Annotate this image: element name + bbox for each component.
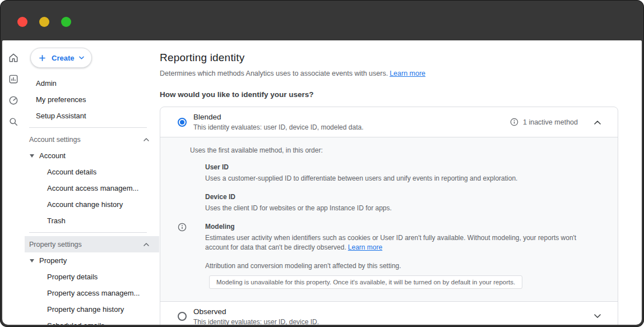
chevron-up-icon bbox=[143, 138, 149, 141]
bar-chart-icon bbox=[8, 73, 19, 85]
home-nav-button[interactable] bbox=[7, 52, 20, 63]
sidebar-item-label: Property access managem... bbox=[47, 289, 140, 297]
sidebar-item-property-details[interactable]: Property details bbox=[25, 269, 159, 285]
app-window: Create Admin My preferences Setup Assist… bbox=[0, 0, 644, 327]
method-modeling-name: Modeling bbox=[205, 222, 592, 232]
minimize-window-button[interactable] bbox=[39, 17, 49, 27]
explore-nav-button[interactable] bbox=[7, 116, 20, 127]
option-blended-text: Blended This identity evaluates: user ID… bbox=[193, 113, 364, 131]
window-titlebar bbox=[0, 0, 644, 40]
modeling-unavailable-alert: Modeling is unavailable for this propert… bbox=[209, 275, 522, 289]
option-blended-title: Blended bbox=[193, 113, 364, 121]
section-account-settings[interactable]: Account settings bbox=[25, 131, 159, 148]
sidebar-item-label: Account change history bbox=[47, 200, 123, 209]
sidebar-item-property-access-management[interactable]: Property access managem... bbox=[25, 285, 159, 301]
sidebar-item-property-change-history[interactable]: Property change history bbox=[25, 301, 159, 317]
option-blended[interactable]: Blended This identity evaluates: user ID… bbox=[160, 107, 618, 137]
search-icon bbox=[8, 116, 19, 127]
sidebar-item-admin[interactable]: Admin bbox=[25, 75, 159, 91]
method-modeling-description: Estimates user activity when identifiers… bbox=[205, 233, 592, 253]
tree-node-label: Property bbox=[39, 256, 67, 265]
sidebar-item-account-details[interactable]: Account details bbox=[25, 164, 159, 180]
method-device-id: Device ID Uses the client ID for website… bbox=[177, 192, 604, 214]
advertising-nav-button[interactable] bbox=[7, 95, 20, 106]
method-device-id-name: Device ID bbox=[205, 192, 392, 202]
method-device-id-description: Uses the client ID for websites or the a… bbox=[205, 204, 392, 213]
radio-blended[interactable] bbox=[178, 118, 187, 127]
method-icon-spacer bbox=[177, 163, 205, 184]
gauge-icon bbox=[8, 95, 19, 106]
method-user-id: User ID Uses a customer-supplied ID to d… bbox=[177, 163, 604, 184]
info-icon bbox=[178, 223, 187, 232]
sidebar-item-label: Scheduled emails bbox=[47, 321, 105, 325]
learn-more-link[interactable]: Learn more bbox=[390, 70, 425, 77]
inactive-method-badge-label: 1 inactive method bbox=[523, 118, 578, 126]
main-content: Reporting identity Determines which meth… bbox=[159, 40, 642, 325]
sidebar-item-my-preferences[interactable]: My preferences bbox=[25, 91, 159, 108]
admin-sidebar: Create Admin My preferences Setup Assist… bbox=[25, 40, 159, 325]
zoom-window-button[interactable] bbox=[61, 17, 71, 27]
option-observed-text: Observed This identity evaluates: user I… bbox=[193, 307, 319, 325]
modeling-learn-more-link[interactable]: Learn more bbox=[348, 243, 382, 251]
tree-node-property[interactable]: Property bbox=[25, 252, 159, 269]
sidebar-item-label: Trash bbox=[47, 217, 66, 225]
tree-node-label: Account bbox=[39, 151, 66, 160]
option-observed-description: This identity evaluates: user ID, device… bbox=[193, 318, 319, 325]
page-description-text: Determines which methods Analytics uses … bbox=[160, 70, 388, 77]
method-user-id-name: User ID bbox=[205, 163, 517, 172]
chevron-up-icon bbox=[143, 243, 149, 246]
info-icon bbox=[510, 118, 518, 126]
section-label: Account settings bbox=[29, 136, 81, 144]
option-observed[interactable]: Observed This identity evaluates: user I… bbox=[160, 301, 618, 325]
sidebar-item-setup-assistant[interactable]: Setup Assistant bbox=[25, 108, 159, 124]
inactive-method-badge: 1 inactive method bbox=[510, 118, 578, 126]
sidebar-item-scheduled-emails[interactable]: Scheduled emails bbox=[25, 317, 159, 325]
sidebar-item-account-access-management[interactable]: Account access managem... bbox=[25, 180, 159, 196]
page-description: Determines which methods Analytics uses … bbox=[160, 70, 618, 77]
method-user-id-body: User ID Uses a customer-supplied ID to d… bbox=[205, 163, 517, 184]
reports-nav-button[interactable] bbox=[7, 73, 20, 85]
chevron-up-icon bbox=[594, 120, 601, 125]
close-window-button[interactable] bbox=[17, 17, 27, 27]
identity-options-card: Blended This identity evaluates: user ID… bbox=[160, 107, 618, 325]
sidebar-item-account-change-history[interactable]: Account change history bbox=[25, 196, 159, 213]
create-button-label: Create bbox=[52, 54, 74, 62]
tree-node-account[interactable]: Account bbox=[25, 148, 159, 164]
sidebar-divider bbox=[29, 127, 147, 128]
sidebar-item-label: Property details bbox=[47, 273, 98, 281]
option-observed-right bbox=[593, 313, 602, 320]
method-modeling-icon-cell bbox=[177, 222, 205, 253]
sidebar-item-label: Account details bbox=[47, 168, 96, 176]
method-icon-spacer bbox=[177, 192, 205, 214]
plus-icon bbox=[38, 54, 47, 62]
expand-observed-button[interactable] bbox=[593, 313, 602, 320]
radio-observed[interactable] bbox=[178, 312, 187, 321]
expander-triangle-icon bbox=[30, 154, 34, 158]
method-device-id-body: Device ID Uses the client ID for website… bbox=[205, 192, 392, 214]
identity-question: How would you like to identify your user… bbox=[160, 90, 618, 99]
app-content: Create Admin My preferences Setup Assist… bbox=[2, 40, 642, 325]
sidebar-item-trash[interactable]: Trash bbox=[25, 213, 159, 229]
sidebar-divider bbox=[29, 232, 147, 233]
blended-details-panel: Uses the first available method, in this… bbox=[160, 137, 618, 301]
section-property-settings[interactable]: Property settings bbox=[25, 236, 159, 252]
home-icon bbox=[8, 52, 19, 63]
attribution-note: Attribution and conversion modeling aren… bbox=[205, 262, 604, 270]
expander-triangle-icon bbox=[30, 259, 34, 262]
chevron-down-icon bbox=[594, 314, 601, 319]
collapse-blended-button[interactable] bbox=[593, 119, 602, 126]
option-observed-title: Observed bbox=[193, 307, 319, 316]
create-button[interactable]: Create bbox=[30, 48, 92, 68]
chevron-down-icon bbox=[79, 56, 84, 59]
nav-rail bbox=[2, 40, 25, 325]
section-label: Property settings bbox=[29, 241, 82, 248]
method-user-id-description: Uses a customer-supplied ID to different… bbox=[205, 174, 517, 183]
option-blended-right: 1 inactive method bbox=[510, 118, 602, 126]
page-title: Reporting identity bbox=[160, 52, 618, 64]
sidebar-item-label: Setup Assistant bbox=[36, 112, 86, 120]
option-blended-description: This identity evaluates: user ID, device… bbox=[193, 123, 364, 131]
sidebar-item-label: Property change history bbox=[47, 305, 124, 314]
method-modeling-description-text: Estimates user activity when identifiers… bbox=[205, 234, 576, 251]
sidebar-item-label: Account access managem... bbox=[47, 184, 138, 192]
method-modeling: Modeling Estimates user activity when id… bbox=[177, 222, 604, 253]
